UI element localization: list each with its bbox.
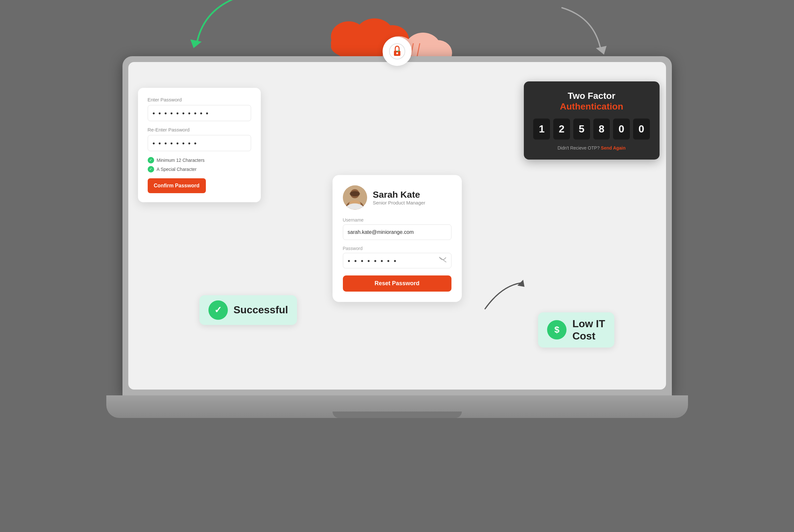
laptop-wrapper: Enter Password ● ● ● ● ● ● ● ● ● ● Re-En…	[106, 56, 688, 476]
password-input[interactable]: ● ● ● ● ● ● ● ●	[343, 252, 451, 268]
resend-plain: Didn't Recieve OTP?	[557, 145, 599, 151]
reenter-password-dots: ● ● ● ● ● ● ● ●	[152, 140, 198, 146]
svg-point-17	[396, 52, 398, 54]
otp-digits-row: 1 2 5 8 0 0	[534, 118, 650, 139]
dollar-icon: $	[547, 320, 567, 340]
check-item-2: ✓ A Special Character	[148, 166, 251, 172]
twofa-card: Two Factor Authentication 1 2 5 8 0 0 Di…	[524, 81, 660, 159]
cost-line2: Cost	[572, 330, 595, 342]
check-label-1: Minimum 12 Characters	[157, 158, 205, 163]
check-label-2: A Special Character	[157, 167, 197, 172]
success-icon: ✓	[208, 300, 228, 320]
svg-marker-13	[190, 39, 202, 48]
success-badge: ✓ Successful	[199, 295, 297, 325]
twofa-title: Two Factor Authentication	[534, 91, 650, 112]
twofa-title-line1: Two Factor	[568, 91, 615, 101]
success-text: Successful	[234, 304, 288, 316]
otp-digit-2: 2	[553, 118, 570, 139]
check-item-1: ✓ Minimum 12 Characters	[148, 157, 251, 164]
cost-badge: $ Low IT Cost	[538, 312, 614, 347]
reenter-password-field[interactable]: ● ● ● ● ● ● ● ●	[148, 135, 251, 151]
arrow-left-icon	[178, 0, 248, 56]
password-reset-card: Enter Password ● ● ● ● ● ● ● ● ● ● Re-En…	[138, 88, 261, 202]
username-label: Username	[343, 217, 451, 222]
confirm-password-button[interactable]: Confirm Password	[148, 178, 206, 193]
user-name: Sarah Kate	[373, 189, 426, 200]
otp-digit-3: 5	[573, 118, 590, 139]
screen-content: Enter Password ● ● ● ● ● ● ● ● ● ● Re-En…	[128, 62, 666, 390]
enter-password-dots: ● ● ● ● ● ● ● ● ● ●	[152, 111, 210, 116]
resend-text: Didn't Recieve OTP? Send Again	[534, 145, 650, 151]
arrow-login-to-2fa-icon	[475, 273, 527, 312]
reset-password-button[interactable]: Reset Password	[343, 275, 451, 291]
twofa-title-line2: Authentication	[560, 101, 623, 111]
user-info: Sarah Kate Senior Product Manager	[373, 189, 426, 205]
lock-icon-center	[383, 37, 412, 66]
eye-icon[interactable]	[439, 257, 447, 264]
laptop-base	[106, 395, 688, 418]
otp-digit-6: 0	[633, 118, 650, 139]
password-label: Password	[343, 246, 451, 251]
user-title: Senior Product Manager	[373, 200, 426, 205]
laptop-screen: Enter Password ● ● ● ● ● ● ● ● ● ● Re-En…	[123, 56, 672, 395]
password-dots: ● ● ● ● ● ● ● ●	[348, 258, 398, 263]
user-profile: Sarah Kate Senior Product Manager	[343, 185, 451, 209]
username-input[interactable]	[343, 224, 451, 240]
resend-link[interactable]: Send Again	[601, 145, 626, 151]
otp-digit-1: 1	[533, 118, 550, 139]
enter-password-label: Enter Password	[148, 97, 251, 102]
login-card: Sarah Kate Senior Product Manager Userna…	[333, 175, 462, 302]
check-icon-2: ✓	[148, 166, 154, 172]
avatar	[343, 185, 367, 209]
check-icon-1: ✓	[148, 157, 154, 164]
svg-point-20	[350, 191, 360, 196]
enter-password-field[interactable]: ● ● ● ● ● ● ● ● ● ●	[148, 105, 251, 121]
cost-text: Low IT Cost	[572, 318, 605, 342]
svg-marker-14	[596, 46, 607, 55]
arrow-right-icon	[552, 1, 617, 59]
otp-digit-4: 8	[593, 118, 610, 139]
otp-digit-5: 0	[613, 118, 630, 139]
cost-line1: Low IT	[572, 318, 605, 329]
reenter-password-label: Re-Enter Password	[148, 127, 251, 132]
